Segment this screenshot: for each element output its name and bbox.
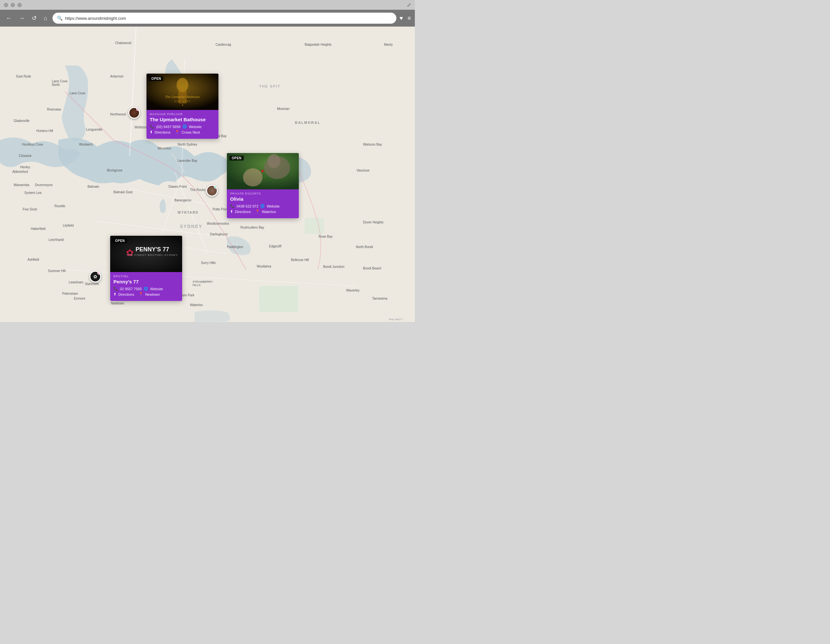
search-icon: 🔍 — [57, 16, 63, 21]
card-upmarket-image: The Upmarket Bathouse EST. 1995 ✦ OPEN — [146, 74, 219, 110]
olivia-phone: 0438 622 072 — [237, 204, 258, 208]
traffic-light-close[interactable] — [4, 3, 8, 7]
toolbar-right: ♥ ≡ — [399, 15, 411, 22]
pennys-directions-row: ⬆ Directions 📍 Newtown — [113, 292, 179, 297]
menu-button[interactable]: ≡ — [407, 15, 411, 22]
upmarket-website[interactable]: Website — [189, 125, 202, 129]
phone-icon-3: 📞 — [113, 287, 118, 291]
pennys-name: Penny's 77 — [113, 279, 179, 284]
location-icon-2: 📍 — [255, 209, 260, 214]
olivia-open-badge: OPEN — [230, 155, 244, 160]
marker-olivia[interactable] — [206, 185, 218, 197]
card-upmarket: The Upmarket Bathouse EST. 1995 ✦ OPEN M… — [146, 74, 219, 139]
url-display: https://www.aroundmidnight.com — [65, 16, 126, 21]
card-pennys-body: BROTHEL Penny's 77 📞 02 9557 7565 🌐 Webs… — [110, 272, 182, 301]
traffic-light-minimize[interactable] — [11, 3, 15, 7]
address-bar[interactable]: 🔍 https://www.aroundmidnight.com — [52, 13, 396, 24]
upmarket-phone: (02) 9437 5858 — [156, 125, 181, 129]
pennys-phone: 02 9557 7565 — [120, 287, 142, 291]
pennys-location: Newtown — [145, 292, 160, 297]
svg-text:Map data ©...: Map data ©... — [389, 318, 404, 321]
location-icon-3: 📍 — [139, 292, 143, 297]
directions-icon: ⬆ — [150, 130, 153, 134]
back-button[interactable]: ← — [4, 14, 14, 23]
upmarket-name: The Upmarket Bathouse — [150, 117, 215, 122]
olivia-phone-row: 📞 0438 622 072 🌐 Website — [230, 204, 296, 208]
upmarket-directions-row: ⬆ Directions 📍 Crows Nest — [150, 130, 215, 134]
olivia-name: Olivia — [230, 196, 296, 202]
marker-pennys[interactable]: ✿ — [89, 271, 101, 282]
directions-icon-2: ⬆ — [230, 209, 233, 214]
browser-toolbar: ← → ↺ ⌂ 🔍 https://www.aroundmidnight.com… — [0, 10, 415, 27]
svg-rect-1 — [259, 286, 298, 312]
pennys-open-badge: OPEN — [113, 238, 127, 243]
svg-point-26 — [261, 170, 264, 172]
pennys-website[interactable]: Website — [150, 287, 163, 291]
svg-text:EST. 1995: EST. 1995 — [174, 100, 190, 103]
globe-icon-3: 🌐 — [144, 287, 148, 291]
card-olivia-image: OPEN — [227, 153, 299, 189]
svg-text:The Upmarket Bathouse: The Upmarket Bathouse — [165, 95, 200, 98]
forward-button[interactable]: → — [17, 14, 27, 23]
reload-button[interactable]: ↺ — [30, 13, 38, 23]
window-chrome: ⤢ — [0, 0, 415, 10]
globe-icon-2: 🌐 — [260, 204, 265, 208]
upmarket-open-badge: OPEN — [149, 76, 163, 81]
pennys-category: BROTHEL — [113, 274, 179, 278]
home-button[interactable]: ⌂ — [42, 14, 49, 23]
directions-icon-3: ⬆ — [113, 292, 116, 297]
olivia-directions[interactable]: Directions — [235, 210, 251, 214]
phone-icon: 📞 — [150, 125, 154, 129]
globe-icon: 🌐 — [182, 125, 187, 129]
traffic-light-maximize[interactable] — [17, 3, 22, 7]
card-pennys-image: ✿ PENNY'S 77 THE FINEST BROTHEL SYDNEY O… — [110, 236, 182, 272]
card-upmarket-body: MASSAGE PARLOUR The Upmarket Bathouse 📞 … — [146, 110, 219, 139]
olivia-category: PRIVATE ESCORTS — [230, 192, 296, 195]
pennys-phone-row: 📞 02 9557 7565 🌐 Website — [113, 287, 179, 291]
location-icon: 📍 — [175, 130, 179, 134]
svg-point-25 — [243, 168, 263, 186]
olivia-location: Waterloo — [262, 210, 276, 214]
svg-rect-3 — [305, 218, 324, 234]
map-container[interactable]: Map data ©... Chatswood Castlecrag Balgo… — [0, 27, 415, 322]
svg-text:✦: ✦ — [182, 104, 184, 107]
olivia-directions-row: ⬆ Directions 📍 Waterloo — [230, 209, 296, 214]
marker-upmarket[interactable] — [128, 107, 140, 119]
card-olivia-body: PRIVATE ESCORTS Olivia 📞 0438 622 072 🌐 … — [227, 189, 299, 218]
svg-point-24 — [268, 154, 280, 168]
upmarket-phone-row: 📞 (02) 9437 5858 🌐 Website — [150, 125, 215, 129]
favorite-button[interactable]: ♥ — [399, 15, 403, 22]
svg-text:PENNY'S 77: PENNY'S 77 — [135, 246, 169, 252]
card-pennys: ✿ PENNY'S 77 THE FINEST BROTHEL SYDNEY O… — [110, 236, 182, 301]
upmarket-directions[interactable]: Directions — [155, 130, 171, 134]
olivia-website[interactable]: Website — [267, 204, 280, 208]
pennys-directions[interactable]: Directions — [118, 292, 134, 297]
svg-point-16 — [177, 78, 188, 92]
upmarket-category: MASSAGE PARLOUR — [150, 113, 215, 116]
upmarket-location: Crows Nest — [182, 130, 200, 134]
phone-icon-2: 📞 — [230, 204, 234, 208]
svg-text:THE FINEST BROTHEL SYDNEY: THE FINEST BROTHEL SYDNEY — [127, 254, 178, 257]
map-background: Map data ©... — [0, 27, 415, 322]
card-olivia: OPEN PRIVATE ESCORTS Olivia 📞 0438 622 0… — [227, 153, 299, 218]
window-expand-icon[interactable]: ⤢ — [407, 2, 411, 8]
